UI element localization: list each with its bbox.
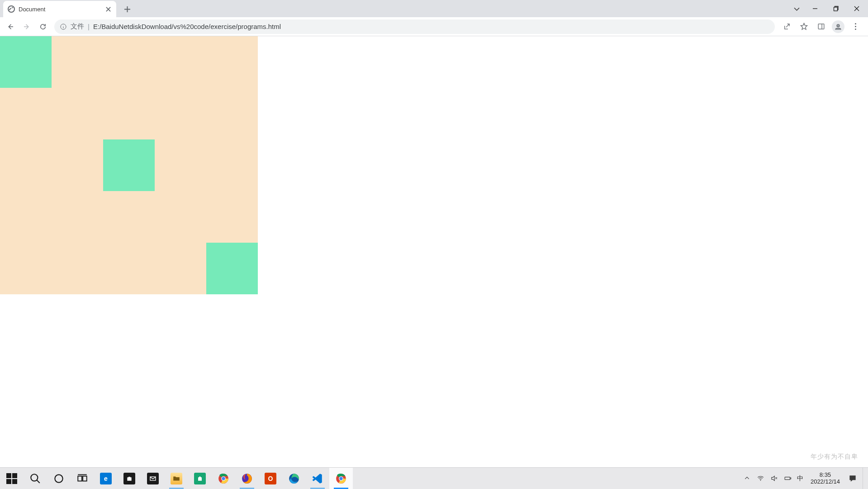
- svg-point-3: [837, 24, 840, 27]
- folder-icon: [171, 473, 182, 484]
- windows-icon: [6, 473, 17, 484]
- svg-rect-0: [834, 7, 838, 11]
- tray-overflow-button[interactable]: [743, 474, 752, 483]
- avatar-icon: [832, 20, 844, 33]
- side-panel-button[interactable]: [813, 19, 829, 34]
- office-button[interactable]: O: [259, 468, 282, 489]
- ms-store-button[interactable]: [118, 468, 141, 489]
- url-path: E:/BaiduNetdiskDownload/vs%20code/exerci…: [93, 23, 281, 30]
- edge-icon: [288, 473, 300, 484]
- app-green-button[interactable]: [188, 468, 212, 489]
- file-explorer-button[interactable]: [165, 468, 188, 489]
- window-minimize-button[interactable]: [805, 2, 825, 15]
- edge-legacy-button[interactable]: e: [94, 468, 118, 489]
- svg-point-5: [55, 475, 62, 482]
- page-viewport: 年少有为不自卑: [0, 36, 868, 489]
- firefox-button[interactable]: [235, 468, 259, 489]
- new-tab-button[interactable]: [121, 3, 133, 15]
- chrome-icon: [335, 473, 347, 484]
- square-top-left: [0, 36, 52, 88]
- square-bottom-right: [206, 243, 258, 294]
- task-view-button[interactable]: [71, 468, 94, 489]
- clock-button[interactable]: 8:35 2022/12/14: [808, 472, 843, 485]
- battery-icon[interactable]: [783, 474, 792, 483]
- vscode-button[interactable]: [306, 468, 329, 489]
- chrome-button-1[interactable]: [212, 468, 235, 489]
- windows-taskbar: e O: [0, 467, 868, 489]
- site-info-icon[interactable]: [60, 23, 67, 30]
- browser-tab[interactable]: Document: [3, 1, 116, 17]
- clock-date: 2022/12/14: [811, 479, 840, 485]
- svg-point-11: [222, 477, 225, 480]
- window-close-button[interactable]: [846, 2, 867, 15]
- edge-legacy-icon: e: [100, 473, 112, 484]
- office-icon: O: [265, 473, 276, 484]
- svg-rect-2: [818, 24, 824, 29]
- page-canvas: [0, 36, 258, 294]
- reload-button[interactable]: [35, 19, 51, 34]
- start-button[interactable]: [0, 468, 24, 489]
- mail-button[interactable]: [141, 468, 165, 489]
- window-maximize-button[interactable]: [825, 2, 846, 15]
- profile-button[interactable]: [830, 19, 846, 34]
- square-center: [103, 139, 155, 191]
- svg-rect-18: [785, 477, 790, 480]
- edge-button[interactable]: [282, 468, 306, 489]
- browser-toolbar: 文件 | E:/BaiduNetdiskDownload/vs%20code/e…: [0, 17, 868, 36]
- close-tab-button[interactable]: [104, 5, 112, 13]
- address-bar[interactable]: 文件 | E:/BaiduNetdiskDownload/vs%20code/e…: [54, 19, 775, 34]
- bag-icon: [194, 473, 206, 484]
- back-button[interactable]: [3, 19, 18, 34]
- svg-point-16: [339, 477, 342, 480]
- taskbar-search-button[interactable]: [24, 468, 47, 489]
- chrome-button-2[interactable]: [329, 468, 353, 489]
- chrome-menu-button[interactable]: [847, 19, 863, 34]
- volume-muted-icon[interactable]: [770, 474, 779, 483]
- tab-title: Document: [19, 6, 101, 13]
- mail-icon: [147, 473, 159, 484]
- svg-rect-7: [83, 476, 87, 481]
- bookmark-button[interactable]: [796, 19, 812, 34]
- tab-strip: Document: [0, 0, 868, 17]
- ime-indicator[interactable]: 中: [797, 475, 803, 483]
- svg-point-4: [31, 474, 38, 481]
- vscode-icon: [312, 473, 323, 484]
- firefox-icon: [241, 473, 253, 484]
- wifi-icon[interactable]: [756, 474, 765, 483]
- share-button[interactable]: [778, 19, 795, 34]
- cortana-button[interactable]: [47, 468, 71, 489]
- globe-icon: [8, 5, 15, 13]
- taskbar-apps: e O: [0, 468, 353, 489]
- tab-search-button[interactable]: [788, 2, 805, 15]
- svg-point-17: [760, 480, 761, 481]
- show-desktop-button[interactable]: [863, 468, 866, 489]
- clock-time: 8:35: [811, 472, 840, 479]
- forward-button[interactable]: [19, 19, 34, 34]
- svg-rect-6: [78, 476, 82, 481]
- origin-label: 文件: [71, 22, 84, 31]
- store-icon: [123, 473, 135, 484]
- chrome-icon: [218, 473, 229, 484]
- action-center-button[interactable]: [847, 473, 858, 484]
- watermark-text: 年少有为不自卑: [811, 453, 858, 461]
- omnibox-divider: |: [88, 23, 90, 30]
